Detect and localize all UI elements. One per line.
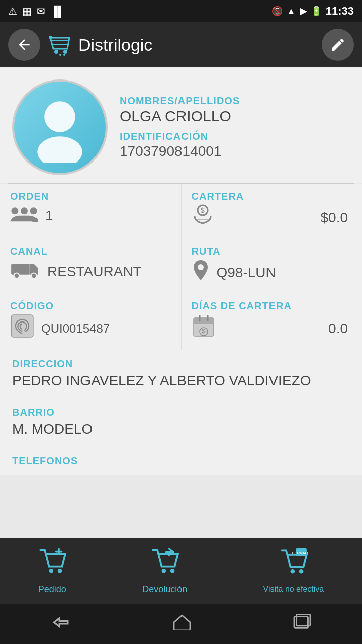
svg-point-9 bbox=[11, 207, 18, 214]
delivery-truck-icon bbox=[10, 259, 40, 279]
svg-rect-22 bbox=[194, 318, 214, 324]
back-nav-icon bbox=[50, 615, 72, 629]
orden-content: 1 bbox=[10, 204, 171, 227]
canal-label: CANAL bbox=[10, 246, 171, 257]
dias-cartera-value: 0.0 bbox=[328, 320, 352, 337]
codigo-cell: CÓDIGO QUI0015487 bbox=[0, 293, 181, 350]
profile-id: 1703790814001 bbox=[120, 143, 240, 159]
svg-text:$: $ bbox=[201, 206, 205, 214]
home-nav-icon bbox=[172, 614, 192, 630]
pedido-icon bbox=[38, 548, 66, 581]
calendar-money-icon: $ bbox=[192, 314, 216, 343]
logo-icon bbox=[48, 33, 72, 57]
profile-name: OLGA CRIOLLO bbox=[120, 108, 240, 125]
barcode-icon: ▐▌ bbox=[50, 6, 64, 17]
id-section: IDENTIFICACIÓN 1703790814001 bbox=[120, 131, 240, 159]
alert-icon: ⚠ bbox=[8, 5, 17, 17]
system-nav-bar bbox=[0, 604, 362, 644]
svg-text:CERRADO: CERRADO bbox=[292, 551, 308, 555]
dias-cartera-label: DÍAS DE CARTERA bbox=[192, 300, 352, 312]
svg-point-2 bbox=[63, 50, 67, 54]
avatar bbox=[12, 79, 108, 175]
location-icon bbox=[192, 259, 210, 286]
nav-visita-label: Visita no efectiva bbox=[263, 585, 324, 594]
ruta-content: Q98-LUN bbox=[192, 259, 352, 286]
svg-point-28 bbox=[57, 568, 62, 573]
orden-label: ORDEN bbox=[10, 191, 171, 202]
barrio-section: BARRIO M. MODELO bbox=[0, 398, 362, 446]
ruta-value: Q98-LUN bbox=[217, 265, 276, 281]
telefonos-label: TELEFONOS bbox=[12, 455, 350, 467]
fingerprint-svg-icon bbox=[10, 314, 34, 338]
direccion-label: DIRECCION bbox=[12, 358, 350, 370]
address-section: DIRECCION PEDRO INGAVELEZ Y ALBERTO VALD… bbox=[0, 350, 362, 398]
nav-devolucion-label: Devolución bbox=[142, 584, 187, 595]
profile-info: NOMBRES/APELLIDOS OLGA CRIOLLO IDENTIFIC… bbox=[120, 95, 240, 159]
nav-pedido[interactable]: Pedido bbox=[38, 548, 66, 595]
svg-text:$: $ bbox=[202, 328, 205, 335]
wifi-icon: ▲ bbox=[287, 6, 296, 17]
bottom-nav: Pedido Devolución CERRADO Visita no efec… bbox=[0, 538, 362, 604]
time-display: 11:33 bbox=[326, 5, 354, 18]
nav-visita-no-efectiva[interactable]: CERRADO Visita no efectiva bbox=[263, 548, 324, 594]
svg-point-11 bbox=[30, 207, 37, 214]
svg-point-31 bbox=[161, 568, 166, 573]
back-button[interactable] bbox=[8, 29, 40, 61]
canal-ruta-row: CANAL RESTAURANT RUTA bbox=[0, 238, 362, 293]
people-icon bbox=[10, 204, 38, 222]
cartera-content: $ $0.0 bbox=[192, 204, 352, 231]
info-grid: ORDEN 1 CARTERA bbox=[0, 184, 362, 350]
svg-point-6 bbox=[63, 54, 65, 56]
direccion-value: PEDRO INGAVELEZ Y ALBERTO VALDIVIEZO bbox=[12, 372, 350, 390]
battery-icon: 🔋 bbox=[311, 6, 322, 17]
image-icon: ▦ bbox=[22, 5, 32, 17]
devolucion-icon bbox=[151, 548, 179, 581]
avatar-icon bbox=[25, 92, 95, 163]
svg-rect-15 bbox=[11, 264, 29, 274]
cart-return-icon bbox=[151, 548, 179, 576]
barrio-value: M. MODELO bbox=[12, 420, 350, 438]
recent-nav-icon bbox=[292, 614, 312, 630]
cartera-label: CARTERA bbox=[192, 191, 352, 202]
direccion-section: DIRECCION PEDRO INGAVELEZ Y ALBERTO VALD… bbox=[12, 358, 350, 390]
group-icon bbox=[10, 204, 38, 227]
system-back-button[interactable] bbox=[50, 615, 72, 633]
svg-point-34 bbox=[299, 569, 304, 574]
closed-sign-icon: CERRADO bbox=[280, 548, 308, 577]
svg-point-18 bbox=[31, 273, 37, 279]
pencil-icon bbox=[330, 37, 346, 53]
svg-point-19 bbox=[198, 264, 204, 270]
cartera-cell: CARTERA $ $0.0 bbox=[181, 184, 363, 238]
svg-point-17 bbox=[14, 273, 20, 279]
barrio-label: BARRIO bbox=[12, 407, 350, 418]
wallet-icon: $ bbox=[192, 204, 214, 226]
system-recent-button[interactable] bbox=[292, 614, 312, 634]
cartera-value: $0.0 bbox=[321, 210, 352, 226]
codigo-dias-row: CÓDIGO QUI0015487 DÍAS DE CARTERA bbox=[0, 293, 362, 350]
status-icons-right: 📵 ▲ ▶ 🔋 11:33 bbox=[272, 5, 354, 18]
phone-icon: 📵 bbox=[272, 6, 283, 17]
money-icon: $ bbox=[192, 204, 214, 231]
cart-logo-icon bbox=[48, 33, 72, 57]
ruta-cell: RUTA Q98-LUN bbox=[181, 238, 363, 293]
truck-icon bbox=[10, 259, 40, 284]
svg-point-7 bbox=[44, 101, 75, 132]
telefonos-section: TELEFONOS bbox=[0, 447, 362, 475]
svg-point-10 bbox=[21, 207, 28, 214]
svg-point-27 bbox=[49, 568, 53, 573]
toolbar: Distrilogic bbox=[0, 22, 362, 67]
action-button[interactable] bbox=[322, 29, 354, 61]
dias-cartera-content: $ 0.0 bbox=[192, 314, 352, 343]
nav-devolucion[interactable]: Devolución bbox=[142, 548, 187, 595]
svg-point-33 bbox=[290, 569, 295, 574]
system-home-button[interactable] bbox=[172, 614, 192, 634]
orden-value: 1 bbox=[45, 208, 53, 224]
toolbar-logo: Distrilogic bbox=[48, 33, 314, 57]
id-label: IDENTIFICACIÓN bbox=[120, 131, 240, 142]
cart-add-icon bbox=[38, 548, 66, 576]
orden-cartera-row: ORDEN 1 CARTERA bbox=[0, 184, 362, 238]
svg-point-5 bbox=[59, 54, 61, 56]
visita-icon: CERRADO bbox=[280, 548, 308, 582]
map-pin-icon bbox=[192, 259, 210, 281]
app-title: Distrilogic bbox=[78, 35, 152, 55]
